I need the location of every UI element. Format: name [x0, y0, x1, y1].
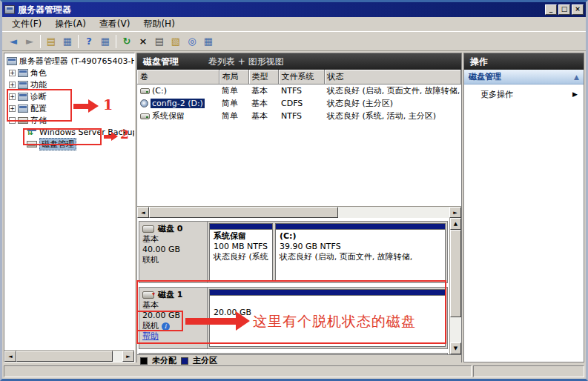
tree-item-configuration[interactable]: + 配置 — [4, 102, 134, 114]
configuration-icon — [18, 105, 28, 113]
disk-1-label[interactable]: 磁盘 1 基本 20.00 GB 脱机 i 帮助 — [139, 288, 208, 348]
actions-panel: 操作 磁盘管理 ▲ 更多操作 ▶ — [463, 53, 584, 362]
toolbar-separator — [116, 35, 116, 48]
disk-1-row[interactable]: 磁盘 1 基本 20.00 GB 脱机 i 帮助 20.00 — [139, 287, 448, 349]
server-icon — [7, 57, 17, 65]
menu-file[interactable]: 文件(F) — [5, 16, 48, 32]
more-actions-item[interactable]: 更多操作 ▶ — [464, 85, 584, 104]
disk-management-panel: 磁盘管理 卷列表 + 图形视图 卷 布局 类型 文件系统 状态 (C:) — [136, 53, 462, 362]
export-list-icon[interactable]: ▤ — [43, 34, 59, 49]
diagnostics-icon — [18, 93, 28, 101]
selected-tree-label: 磁盘管理 — [39, 138, 76, 150]
col-filesystem[interactable]: 文件系统 — [278, 70, 324, 85]
col-volume[interactable]: 卷 — [137, 70, 219, 85]
console-tree: 服务器管理器 (T-490765403-HD + 角色 + 功能 + 诊断 — [4, 53, 134, 350]
help-topics-icon[interactable]: ▦ — [200, 34, 217, 49]
partition-strip — [210, 290, 445, 295]
back-icon[interactable]: ◄ — [5, 34, 22, 49]
graphical-view: 磁盘 0 基本 40.00 GB 联机 系统保留 100 MB NTFS — [137, 218, 461, 354]
panel-title: 磁盘管理 — [143, 56, 179, 68]
roles-icon — [18, 69, 28, 77]
volume-row-system-reserved[interactable]: 系统保留 简单 基本 NTFS 状态良好 (系统, 活动, 主分区) — [137, 110, 461, 122]
close-button[interactable]: × — [572, 4, 584, 15]
info-icon[interactable]: i — [162, 322, 170, 331]
disk-1-region[interactable]: 20.00 GB — [209, 289, 446, 347]
volume-icon — [140, 113, 150, 119]
menu-bar: 文件(F) 操作(A) 查看(V) 帮助(H) — [2, 17, 586, 32]
disk-0-label[interactable]: 磁盘 0 基本 40.00 GB 联机 — [139, 222, 208, 282]
toolbar-separator — [78, 35, 79, 48]
legend-bar: 未分配 主分区 — [137, 354, 461, 366]
scrollbar-thumb[interactable] — [16, 351, 113, 362]
disk-management-icon — [27, 141, 37, 148]
collapse-section-icon[interactable]: ▲ — [574, 73, 579, 81]
features-icon — [18, 81, 28, 89]
server-manager-window: 服务器管理器 _ □ × 文件(F) 操作(A) 查看(V) 帮助(H) ◄ ►… — [0, 0, 588, 381]
title-bar[interactable]: 服务器管理器 _ □ × — [2, 2, 586, 17]
scroll-down-icon[interactable]: ▼ — [450, 342, 461, 354]
volume-row-config2[interactable]: config-2 (D:) 简单 基本 CDFS 状态良好 (主分区) — [137, 97, 461, 110]
tree-item-windows-server-backup[interactable]: ⇅ Windows Server Backup — [4, 126, 134, 138]
console-tree-panel: 服务器管理器 (T-490765403-HD + 角色 + 功能 + 诊断 — [4, 53, 135, 362]
col-layout[interactable]: 布局 — [219, 70, 248, 85]
selected-volume-label: config-2 (D:) — [151, 99, 205, 108]
primary-partition-strip — [210, 224, 272, 229]
tree-item-roles[interactable]: + 角色 — [4, 67, 134, 79]
cd-volume-icon — [140, 99, 148, 107]
col-type[interactable]: 类型 — [248, 70, 278, 85]
tree-item-disk-management[interactable]: 磁盘管理 — [4, 138, 134, 150]
show-hide-icon[interactable]: ▦ — [97, 34, 113, 49]
open-icon[interactable]: ▧ — [168, 34, 184, 49]
panel-header: 磁盘管理 卷列表 + 图形视图 — [137, 53, 461, 70]
status-bar — [2, 364, 586, 379]
scrollbar-thumb[interactable] — [450, 230, 461, 317]
graph-vertical-scrollbar[interactable]: ▲ ▼ — [449, 218, 461, 354]
disk-0-row[interactable]: 磁盘 0 基本 40.00 GB 联机 系统保留 100 MB NTFS — [139, 221, 448, 283]
menu-view[interactable]: 查看(V) — [93, 16, 137, 32]
actions-section-disk-management[interactable]: 磁盘管理 ▲ — [464, 70, 584, 85]
delete-icon[interactable]: × — [135, 34, 151, 49]
tree-item-diagnostics[interactable]: + 诊断 — [4, 90, 134, 102]
tree-item-storage[interactable]: − 存储 — [4, 114, 134, 126]
partition-system-reserved[interactable]: 系统保留 100 MB NTFS 状态良好 (系统 — [209, 223, 273, 281]
properties-icon[interactable]: ▤ — [151, 34, 168, 49]
tree-horizontal-scrollbar[interactable]: ◄ ► — [4, 350, 134, 362]
storage-icon — [18, 117, 28, 124]
menu-action[interactable]: 操作(A) — [48, 16, 93, 32]
app-icon — [4, 5, 15, 14]
expand-icon[interactable]: + — [9, 93, 16, 100]
minimize-button[interactable]: _ — [545, 4, 557, 15]
volume-row-c[interactable]: (C:) 简单 基本 NTFS 状态良好 (启动, 页面文件, 故障转储, 主 — [137, 85, 461, 98]
col-status[interactable]: 状态 — [324, 70, 461, 85]
help-link[interactable]: 帮助 — [142, 331, 159, 341]
partition-c[interactable]: (C:) 39.90 GB NTFS 状态良好 (启动, 页面文件, 故障转储, — [275, 223, 446, 281]
expand-icon[interactable]: + — [9, 105, 16, 112]
forward-icon[interactable]: ► — [22, 34, 38, 49]
scroll-up-icon[interactable]: ▲ — [450, 218, 461, 230]
offline-disk-icon — [142, 291, 154, 299]
expand-icon[interactable]: + — [9, 70, 16, 76]
help-icon[interactable]: ? — [81, 34, 97, 49]
maximize-button[interactable]: □ — [558, 4, 570, 15]
tree-root-server-manager[interactable]: 服务器管理器 (T-490765403-HD — [4, 55, 134, 67]
tree-item-features[interactable]: + 功能 — [4, 79, 134, 90]
toolbar: ◄ ► ▤ ▦ ? ▦ ↻ × ▤ ▧ ◎ ▦ — [2, 32, 586, 51]
main-content: 服务器管理器 (T-490765403-HD + 角色 + 功能 + 诊断 — [2, 51, 586, 364]
find-icon[interactable]: ◎ — [184, 34, 200, 49]
scroll-left-icon[interactable]: ◄ — [4, 351, 16, 362]
console-tree-icon[interactable]: ▦ — [59, 34, 76, 49]
refresh-icon[interactable]: ↻ — [119, 34, 135, 49]
expand-icon[interactable]: + — [9, 82, 16, 88]
actions-header: 操作 — [464, 53, 584, 70]
primary-partition-swatch — [181, 357, 188, 365]
scroll-left-icon[interactable]: ◄ — [137, 207, 149, 218]
scroll-right-icon[interactable]: ► — [122, 351, 134, 362]
scrollbar-thumb[interactable] — [149, 207, 338, 218]
volume-horizontal-scrollbar[interactable]: ◄ ► — [137, 206, 461, 218]
scroll-right-icon[interactable]: ► — [449, 207, 461, 218]
window-title: 服务器管理器 — [18, 4, 544, 16]
collapse-icon[interactable]: − — [9, 117, 16, 124]
menu-help[interactable]: 帮助(H) — [136, 16, 181, 32]
toolbar-separator — [40, 35, 41, 48]
primary-partition-strip — [276, 224, 445, 229]
